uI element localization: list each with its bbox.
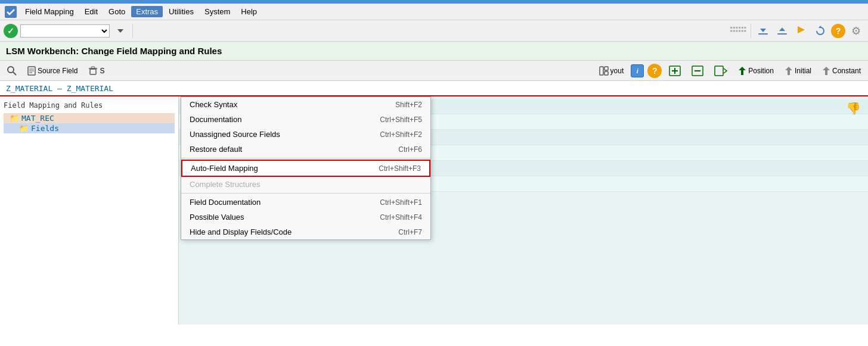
svg-rect-4 — [736, 27, 737, 29]
folder-icon-fields: 📁 — [19, 124, 29, 133]
initial-btn[interactable]: Initial — [781, 65, 815, 77]
complete-label: Complete Structures — [190, 180, 261, 189]
svg-rect-2 — [730, 27, 732, 29]
svg-line-21 — [13, 72, 16, 75]
svg-marker-1 — [117, 29, 123, 33]
menu-fieldmapping[interactable]: Field Mapping — [20, 6, 79, 17]
path-text: Z_MATERIAL – Z_MATERIAL — [6, 84, 113, 93]
svg-rect-12 — [742, 30, 743, 32]
menu-possible-values[interactable]: Possible Values Ctrl+Shift+F4 — [181, 210, 430, 225]
possible-label: Possible Values — [190, 213, 244, 222]
main-content: Field Mapping and Rules 📁 MAT_REC 📁 Fiel… — [0, 96, 868, 325]
app-logo — [2, 4, 19, 20]
menu-sep2 — [181, 193, 430, 194]
unassigned-label: Unassigned Source Fields — [190, 130, 280, 139]
restore-label: Restore default — [190, 145, 242, 154]
hide-shortcut: Ctrl+F7 — [398, 228, 422, 236]
check-syntax-label: Check Syntax — [190, 100, 237, 109]
delete-btn[interactable]: S — [85, 65, 108, 77]
field-doc-label: Field Documentation — [190, 198, 261, 207]
sep2 — [751, 24, 751, 38]
svg-marker-17 — [779, 27, 785, 31]
layout-icon[interactable]: yout — [596, 65, 628, 77]
menu-unassigned-source-fields[interactable]: Unassigned Source Fields Ctrl+Shift+F2 — [181, 127, 430, 142]
tree-item-fields[interactable]: 📁 Fields — [4, 123, 175, 133]
delete-label: S — [100, 67, 104, 75]
gear-icon[interactable]: ⚙ — [848, 23, 864, 39]
menu-extras[interactable]: Extras — [131, 6, 163, 17]
menu-sep1 — [181, 158, 430, 158]
add-icon2[interactable] — [688, 64, 707, 77]
export-icon[interactable] — [711, 64, 731, 77]
info-icon-btn[interactable]: i — [631, 64, 644, 77]
hide-label: Hide and Display Fields/Code — [190, 227, 292, 236]
svg-rect-37 — [715, 66, 723, 76]
documentation-label: Documentation — [190, 115, 241, 124]
main-toolbar: ✓ — [0, 20, 868, 42]
initial-label: Initial — [795, 67, 811, 75]
toolbar-select[interactable] — [20, 24, 110, 38]
path-display: Z_MATERIAL – Z_MATERIAL — [0, 81, 868, 96]
menu-complete-structures: Complete Structures — [181, 177, 430, 192]
tree-label-matrec: MAT_REC — [21, 114, 54, 123]
help-icon-btn[interactable]: ? — [647, 64, 662, 78]
menu-auto-field-mapping[interactable]: Auto-Field Mapping Ctrl+Shift+F3 — [181, 160, 430, 177]
extras-dropdown-menu[interactable]: Check Syntax Shift+F2 Documentation Ctrl… — [181, 96, 431, 240]
menu-check-syntax[interactable]: Check Syntax Shift+F2 — [181, 97, 430, 112]
svg-rect-0 — [5, 6, 17, 18]
upload-icon[interactable] — [774, 23, 790, 39]
svg-rect-30 — [604, 67, 608, 70]
auto-field-shortcut: Ctrl+Shift+F3 — [379, 164, 421, 173]
execute-icon[interactable]: ✓ — [4, 24, 18, 38]
add-icon1[interactable] — [665, 64, 684, 77]
svg-marker-15 — [760, 29, 766, 32]
refresh-icon[interactable] — [812, 23, 829, 39]
check-syntax-shortcut: Shift+F2 — [395, 101, 422, 109]
tree-title: Field Mapping and Rules — [4, 101, 175, 110]
field-doc-shortcut: Ctrl+Shift+F1 — [380, 198, 422, 207]
svg-rect-3 — [733, 27, 735, 29]
menu-goto[interactable]: Goto — [104, 6, 130, 17]
constant-label: Constant — [832, 67, 861, 75]
position-btn[interactable]: Position — [734, 65, 777, 77]
menu-field-documentation[interactable]: Field Documentation Ctrl+Shift+F1 — [181, 195, 430, 210]
page-title: LSM Workbench: Change Field Mapping and … — [6, 46, 222, 56]
menu-edit[interactable]: Edit — [80, 6, 103, 17]
workbench-toolbar: Source Field S yout i ? — [0, 61, 868, 81]
svg-point-20 — [8, 67, 14, 73]
menu-utilities[interactable]: Utilities — [164, 6, 199, 17]
svg-rect-13 — [744, 30, 746, 32]
tree-label-fields: Fields — [31, 124, 59, 133]
svg-rect-16 — [777, 33, 787, 35]
layout-label: yout — [610, 67, 624, 75]
auto-field-label: Auto-Field Mapping — [191, 164, 258, 173]
search-icon-btn[interactable] — [4, 63, 20, 79]
svg-marker-18 — [798, 26, 805, 33]
svg-rect-29 — [600, 67, 603, 75]
menu-hide-display[interactable]: Hide and Display Fields/Code Ctrl+F7 — [181, 225, 430, 239]
source-field-btn[interactable]: Source Field — [24, 65, 81, 77]
svg-rect-14 — [758, 33, 768, 35]
svg-rect-26 — [90, 69, 96, 74]
corner-thumb: 👎 — [846, 101, 861, 116]
folder-icon-matrec: 📁 — [10, 114, 19, 123]
svg-rect-7 — [744, 27, 746, 29]
menu-documentation[interactable]: Documentation Ctrl+Shift+F5 — [181, 112, 430, 127]
unassigned-shortcut: Ctrl+Shift+F2 — [380, 130, 422, 139]
position-label: Position — [748, 67, 774, 75]
menu-restore-default[interactable]: Restore default Ctrl+F6 — [181, 142, 430, 157]
dropdown-arrow-btn[interactable] — [112, 23, 129, 39]
menu-help[interactable]: Help — [236, 6, 262, 17]
grid-dots-icon — [730, 23, 747, 39]
svg-rect-5 — [739, 27, 740, 29]
svg-rect-6 — [742, 27, 743, 29]
tree-item-matrec[interactable]: 📁 MAT_REC — [4, 113, 175, 123]
help-icon[interactable]: ? — [831, 24, 845, 38]
menu-system[interactable]: System — [200, 6, 235, 17]
flag-icon[interactable] — [793, 23, 810, 39]
svg-rect-28 — [91, 67, 95, 68]
restore-shortcut: Ctrl+F6 — [398, 145, 422, 154]
download-icon[interactable] — [755, 23, 771, 39]
constant-btn[interactable]: Constant — [819, 65, 864, 77]
svg-rect-10 — [736, 30, 737, 32]
